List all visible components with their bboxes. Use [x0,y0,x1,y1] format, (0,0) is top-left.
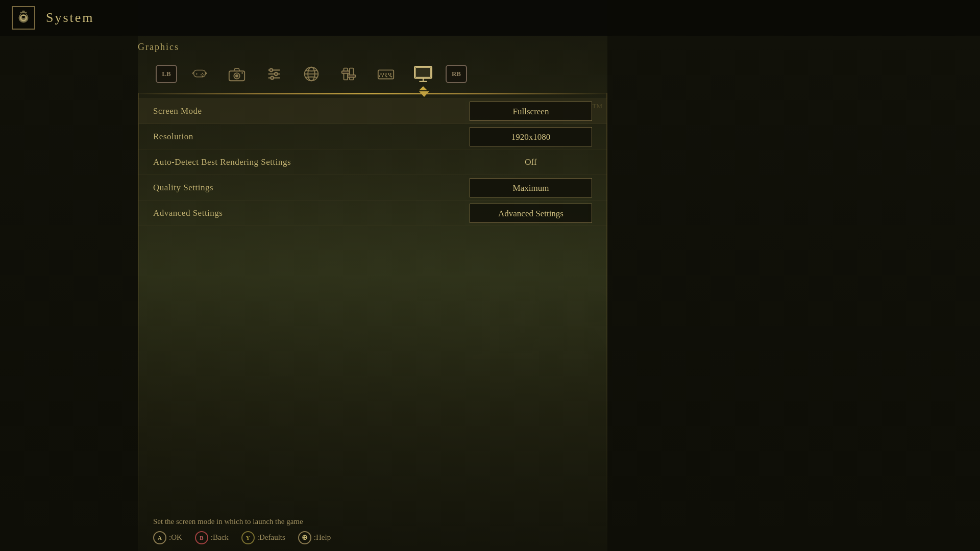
y-button[interactable]: Y [241,531,255,544]
settings2-icon [339,64,358,84]
autodetect-text: Off [525,157,536,167]
control-help: ⊕ :Help [298,531,331,544]
keyboard-icon [376,64,396,84]
tab-camera[interactable] [219,59,254,89]
quality-button[interactable]: Maximum [470,178,592,197]
advanced-value[interactable]: Advanced Settings [470,204,592,223]
tab-settings[interactable] [257,59,291,89]
header-bar: System [0,0,980,36]
help-label: :Help [314,533,331,542]
screen-mode-button[interactable]: Fullscreen [470,102,592,121]
sliders-icon [264,64,284,84]
svg-point-12 [270,68,273,71]
settings-row-advanced: Advanced Settings Advanced Settings [138,201,607,226]
svg-line-32 [385,76,387,77]
settings-row-autodetect: Auto-Detect Best Rendering Settings Off [138,149,607,175]
bottom-bar: Set the screen mode in which to launch t… [138,510,607,551]
active-tab-indicator [419,91,429,97]
advanced-button[interactable]: Advanced Settings [470,204,592,223]
svg-rect-37 [415,67,430,77]
autodetect-value: Off [470,157,592,167]
back-label: :Back [211,533,229,542]
tab-navigation: LB [138,55,607,93]
svg-point-9 [235,74,238,78]
settings-row-resolution: Resolution 980x551 [138,124,607,149]
svg-rect-23 [348,75,355,78]
svg-point-6 [202,76,203,77]
b-button[interactable]: B [195,531,208,544]
header-title: System [46,10,94,26]
resolution-button[interactable]: 980x551 [470,127,592,146]
tab-settings2[interactable] [331,59,366,89]
settings-row-screen-mode: Screen Mode Fullscreen [138,98,607,124]
control-defaults: Y :Defaults [241,531,285,544]
tab-monitor[interactable] [406,59,440,89]
tab-lb[interactable]: LB [153,59,180,89]
tab-keyboard[interactable] [369,59,403,89]
screen-mode-value[interactable]: Fullscreen [470,102,592,121]
resolution-value[interactable]: 980x551 [470,127,592,146]
svg-rect-0 [194,70,206,77]
ok-label: :OK [169,533,182,542]
advanced-label: Advanced Settings [153,208,470,218]
autodetect-label: Auto-Detect Best Rendering Settings [153,157,470,167]
settings-row-quality: Quality Settings Maximum [138,175,607,201]
right-panel [607,0,980,551]
controller-icon [190,64,209,84]
resolution-label: Resolution [153,132,470,142]
screen-mode-label: Screen Mode [153,106,470,116]
quality-label: Quality Settings [153,183,470,193]
help-button[interactable]: ⊕ [298,531,311,544]
lb-badge: LB [156,65,177,83]
control-back: B :Back [195,531,229,544]
a-button[interactable]: A [153,531,166,544]
svg-point-10 [241,72,243,74]
svg-line-33 [389,76,392,77]
defaults-label: :Defaults [257,533,285,542]
svg-rect-22 [342,71,350,73]
tab-indicator-line [138,93,607,94]
svg-point-16 [271,77,274,80]
section-title: Graphics [138,42,179,53]
settings-table: Screen Mode Fullscreen Resolution 1920x1… [138,98,607,226]
tab-globe[interactable] [294,59,329,89]
gear-icon [12,6,35,30]
bottom-controls: A :OK B :Back Y :Defaults ⊕ :Help [153,531,607,544]
svg-point-3 [202,73,203,74]
monitor-icon [412,63,434,85]
svg-rect-21 [350,68,354,80]
left-panel [0,0,138,551]
quality-value[interactable]: Maximum [470,178,592,197]
svg-point-5 [201,74,202,75]
bottom-hint: Set the screen mode in which to launch t… [153,517,607,526]
globe-icon [302,64,321,84]
tab-rb[interactable]: RB [443,59,470,89]
svg-point-4 [203,74,204,75]
tab-controller[interactable] [182,59,217,89]
svg-rect-20 [344,68,348,80]
system-icon [10,5,37,31]
camera-icon [227,64,247,84]
rb-badge: RB [446,65,467,83]
control-ok: A :OK [153,531,182,544]
svg-point-14 [275,72,278,76]
